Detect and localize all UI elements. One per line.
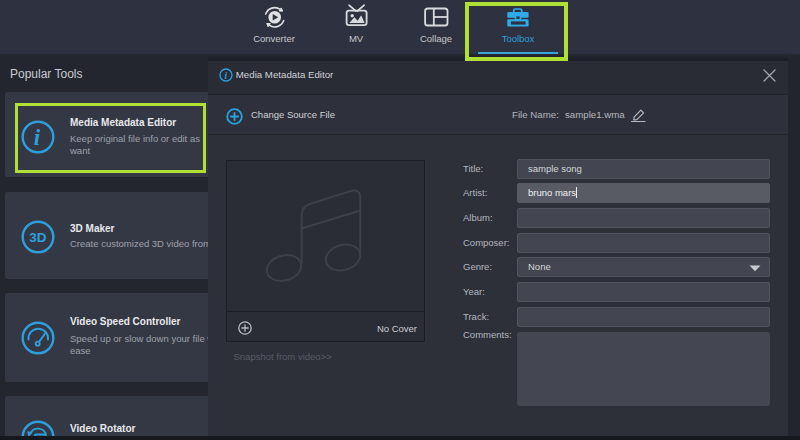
svg-text:3D: 3D — [29, 230, 47, 245]
svg-text:i: i — [224, 71, 227, 81]
